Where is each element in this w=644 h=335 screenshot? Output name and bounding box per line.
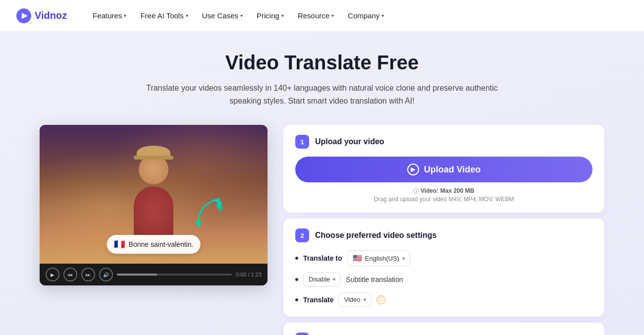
chevron-icon: ▾ [186,13,188,18]
caret-icon: ▾ [364,297,366,302]
play-button[interactable]: ▶ [46,268,59,281]
chevron-icon: ▾ [240,13,243,18]
time-display: 0:00 / 1:23 [236,272,262,278]
step-2-title: Choose preferred video settings [315,231,436,240]
info-button[interactable]: ⓘ [376,295,385,304]
subtitle-translation-label: Subtitle translation [346,276,403,283]
person-silhouette [124,155,183,244]
step-3-header: 3 Click Translate Now to start [295,333,592,335]
subtitle-bubble: 🇫🇷 Bonne saint-valentin. [107,235,201,254]
subtitle-text: Bonne saint-valentin. [129,240,194,248]
bullet-icon [295,298,298,301]
video-controls: ▶ ⏮ ⏭ 🔊 0:00 / 1:23 [40,264,268,285]
video-player: 🇫🇷 Bonne saint-valentin. ▶ ⏮ ⏭ 🔊 0:00 / … [40,125,268,285]
nav-item-pricing[interactable]: Pricing ▾ [251,7,290,24]
step-1-card: 1 Upload your video ▶ Upload Video ⓘ Vid… [283,125,604,213]
info-icon: ⓘ [414,188,419,194]
person-body [134,186,173,236]
drag-label: Drag and upload your video M4V, MP4, MOV… [295,196,592,203]
volume-button[interactable]: 🔊 [99,268,113,281]
logo[interactable]: Vidnoz [16,8,67,24]
translate-mode-select[interactable]: Video ▾ [338,292,371,307]
caret-icon: ▾ [402,256,405,261]
subtitle-select[interactable]: Disable ▾ [303,272,341,286]
upload-meta: ⓘ Video: Max 200 MB Drag and upload your… [295,187,592,203]
upload-video-button[interactable]: ▶ Upload Video [295,157,592,182]
nav-item-company[interactable]: Company ▾ [342,7,390,24]
flag-icon: 🇫🇷 [114,239,125,250]
nav-links: Features ▾ Free AI Tools ▾ Use Cases ▾ P… [87,7,390,24]
arrow-svg [188,194,228,234]
chevron-icon: ▾ [331,13,334,18]
hero-title: Video Translate Free [40,52,604,74]
step-3-badge: 3 [295,333,309,335]
logo-text: Vidnoz [35,10,67,21]
video-frame: 🇫🇷 Bonne saint-valentin. [40,125,268,264]
logo-icon [16,8,32,24]
right-panel: 1 Upload your video ▶ Upload Video ⓘ Vid… [283,125,604,335]
progress-fill [117,274,157,276]
forward-button[interactable]: ⏭ [81,268,95,281]
step-3-card: 3 Click Translate Now to start Translate… [283,323,604,335]
content-row: 🇫🇷 Bonne saint-valentin. ▶ ⏮ ⏭ 🔊 0:00 / … [40,125,604,335]
bullet-icon [295,278,298,281]
svg-marker-2 [194,222,202,228]
translate-label: Translate [303,296,333,304]
person-head [139,155,168,184]
caret-icon: ▾ [333,277,335,282]
translate-mode-row: Translate Video ▾ ⓘ [295,292,592,307]
nav-item-free-ai-tools[interactable]: Free AI Tools ▾ [134,7,194,24]
play-circle-icon: ▶ [407,164,419,175]
nav-item-features[interactable]: Features ▾ [87,7,132,24]
language-flag: 🇺🇸 [353,254,362,263]
nav-item-use-cases[interactable]: Use Cases ▾ [196,7,249,24]
step-2-badge: 2 [295,228,309,242]
step-1-badge: 1 [295,135,309,149]
upload-btn-label: Upload Video [424,165,481,175]
progress-bar[interactable] [117,274,232,276]
bullet-icon [295,257,298,260]
rewind-button[interactable]: ⏮ [63,268,77,281]
step-1-header: 1 Upload your video [295,135,592,149]
navbar: Vidnoz Features ▾ Free AI Tools ▾ Use Ca… [0,0,644,32]
translate-mode-label: Video [344,296,360,303]
language-select[interactable]: 🇺🇸 English(US) ▾ [347,250,410,266]
step-1-title: Upload your video [315,137,384,146]
chevron-icon: ▾ [281,13,284,18]
translate-to-label: Translate to [303,254,342,262]
subtitle-row: Disable ▾ Subtitle translation [295,272,592,286]
hero-subtitle: Translate your videos seamlessly in 140+… [144,82,500,107]
step-2-card: 2 Choose preferred video settings Transl… [283,219,604,317]
subtitle-select-label: Disable [309,276,330,283]
step-2-header: 2 Choose preferred video settings [295,228,592,242]
translate-to-row: Translate to 🇺🇸 English(US) ▾ [295,250,592,266]
hero-section: Video Translate Free Translate your vide… [0,32,644,335]
arrow-overlay [188,194,228,234]
nav-item-resource[interactable]: Resource ▾ [292,7,340,24]
chevron-icon: ▾ [124,13,126,18]
person-hat [137,146,170,160]
chevron-icon: ▾ [381,13,384,18]
language-label: English(US) [365,255,399,262]
